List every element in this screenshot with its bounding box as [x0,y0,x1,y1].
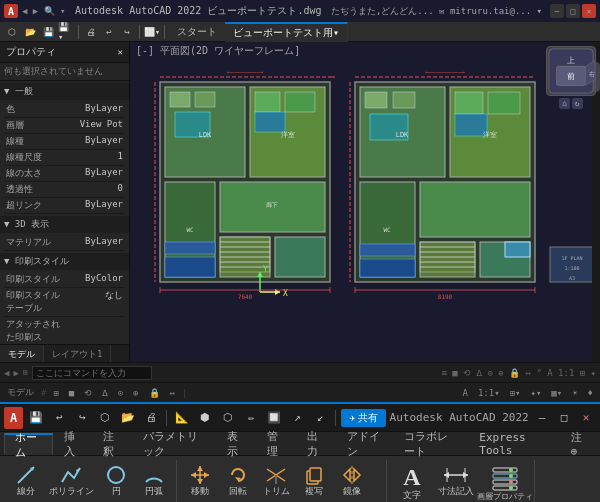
command-input[interactable] [32,366,152,380]
status-osnap[interactable]: ⊙ [115,388,126,398]
btn-copy[interactable]: 複写 [296,462,332,499]
bqat-plot[interactable]: 📐 [172,408,192,428]
nav-cube-widget[interactable]: 上 前 右 [546,46,596,96]
bottom-close[interactable]: ✕ [576,408,596,428]
app-menu-button[interactable]: A [4,407,23,429]
bqat-navsw[interactable]: ⬢ [195,408,215,428]
bqat-arrow2[interactable]: ↙ [310,408,330,428]
3d-props: マテリアル ByLayer [0,233,129,253]
svg-rect-124 [310,468,321,481]
status-workspace[interactable]: ☀ [569,388,580,398]
section-print-style[interactable]: ▼ 印刷スタイル [0,253,129,270]
btn-move[interactable]: 移動 [182,462,218,499]
group-create-content: 線分 ポリライン 円 [8,460,172,502]
svg-point-142 [509,480,513,484]
tab-parametric[interactable]: パラメトリック [132,433,216,455]
tab-annotate[interactable]: 注釈 [92,433,132,455]
qat-new[interactable]: ⬡ [4,24,20,40]
nav-orbit[interactable]: ↻ [572,98,583,109]
btn-layer-manager[interactable]: 画層プロパティ管理 [480,462,530,502]
tab-collaborate[interactable]: コラボレート [393,433,468,455]
status-ortho[interactable]: ⟲ [81,388,95,398]
prop-row: 画層 View Pot [4,118,125,134]
btn-dimension[interactable]: 寸法記入 [434,462,478,499]
tab-model[interactable]: モデル [0,345,44,362]
svg-marker-118 [204,472,209,478]
nav-home[interactable]: ⌂ [559,98,570,109]
bqat-undo[interactable]: ↩ [49,408,69,428]
qat-workspace[interactable]: ⬜▾ [144,24,160,40]
user-info[interactable]: たぢうまた,どんどん... ✉ mitruru.tai@... ▾ [331,5,542,18]
app-icon[interactable]: A [4,4,18,18]
tab-insert[interactable]: 挿入 [53,433,93,455]
bqat-open[interactable]: 📂 [118,408,138,428]
section-3d[interactable]: ▼ 3D 表示 [0,216,129,233]
btn-trim[interactable]: トリム [258,462,294,499]
bqat-block[interactable]: 🔲 [264,408,284,428]
bqat-arrow1[interactable]: ↗ [287,408,307,428]
tab-manage[interactable]: 管理 [256,433,296,455]
tab-start[interactable]: スタート [169,22,225,42]
btn-rotate[interactable]: 回転 [220,462,256,499]
tab-extra[interactable]: 注⊕ [560,433,596,455]
status-snap[interactable]: ■ [66,388,77,398]
status-viewport[interactable]: ⊞▾ [507,388,524,398]
btn-text[interactable]: A 文字 [392,462,432,502]
svg-text:LDK: LDK [396,131,409,139]
panel-close[interactable]: ✕ [118,47,123,57]
panel-content[interactable]: ▼ 一般 色 ByLayer 画層 View Pot 線種 ByLayer 線種… [0,81,129,344]
status-grid[interactable]: ⊞ [50,388,61,398]
status-otrack[interactable]: ⊕ [130,388,141,398]
btn-line[interactable]: 線分 [8,462,44,499]
status-isolate[interactable]: ♦ [585,388,596,398]
bqat-layermgr[interactable]: ⬡ [218,408,238,428]
bqat-print[interactable]: 🖨 [141,408,161,428]
status-bar: モデル # ⊞ ■ ⟲ ∆ ⊙ ⊕ 🔒 ↔ | A 1:1▾ ⊞▾ ✦▾ ▦▾ … [0,382,600,402]
bqat-save[interactable]: 💾 [26,408,46,428]
status-polar[interactable]: ∆ [99,388,110,398]
bqat-redo[interactable]: ↪ [72,408,92,428]
qat-undo[interactable]: ↩ [101,24,117,40]
svg-rect-41 [195,92,215,107]
coord-nav-right[interactable]: ▶ [13,368,18,378]
minimize-button[interactable]: — [550,4,564,18]
tab-output[interactable]: 出力 [296,433,336,455]
qat-redo[interactable]: ↪ [119,24,135,40]
bqat-new[interactable]: ⬡ [95,408,115,428]
qat-open[interactable]: 📂 [22,24,38,40]
close-button[interactable]: ✕ [582,4,596,18]
tab-view[interactable]: 表示 [216,433,256,455]
view-cube[interactable]: 上 前 右 ⌂ ↻ [546,46,596,109]
status-scale[interactable]: 1:1▾ [475,388,503,398]
btn-circle[interactable]: 円 [98,462,134,499]
maximize-button[interactable]: □ [566,4,580,18]
status-misc[interactable]: ✦▾ [527,388,544,398]
section-general[interactable]: ▼ 一般 [0,83,129,100]
qat-saveas[interactable]: 💾▾ [58,24,74,40]
tab-express-tools[interactable]: Express Tools [468,433,559,455]
svg-text:WC: WC [186,226,194,233]
bottom-minimize[interactable]: — [532,408,552,428]
status-model[interactable]: モデル [4,386,37,399]
status-display[interactable]: ▦▾ [548,388,565,398]
svg-rect-90 [505,242,530,257]
viewport[interactable]: [-] 平面図(2D ワイヤーフレーム] 上 前 右 ⌂ ↻ [130,42,600,362]
share-button[interactable]: ✈ 共有 [341,409,386,427]
qat-print[interactable]: 🖨 [83,24,99,40]
tab-home[interactable]: ホーム [4,433,53,455]
qat-save[interactable]: 💾 [40,24,56,40]
status-ducs[interactable]: 🔒 [146,388,163,398]
bqat-properties[interactable]: ✏ [241,408,261,428]
btn-mirror[interactable]: 鏡像 [334,462,370,499]
bottom-maximize[interactable]: □ [554,408,574,428]
status-lineweight[interactable]: ↔ [167,388,178,398]
svg-marker-127 [354,469,360,481]
status-annotation[interactable]: A [460,388,471,398]
btn-polyline[interactable]: ポリライン [46,462,96,499]
coord-nav-left[interactable]: ◀ [4,368,9,378]
tab-layout1[interactable]: レイアウト1 [44,345,111,362]
btn-arc[interactable]: 円弧 [136,462,172,499]
svg-marker-116 [197,479,203,484]
tab-viewport-test[interactable]: ビューポートテスト用▾ [225,22,348,42]
tab-addin[interactable]: アドイン [336,433,394,455]
